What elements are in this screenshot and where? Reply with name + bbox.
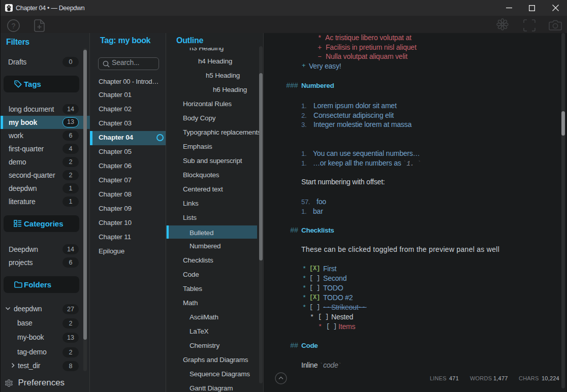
svg-text:?: ? — [12, 22, 16, 30]
